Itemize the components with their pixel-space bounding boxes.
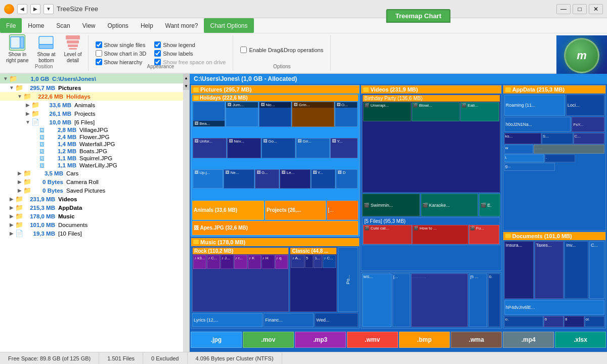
legend-xlsx[interactable]: .xlsx	[555, 332, 606, 348]
music-block[interactable]: Music (178,0 MB) Rock (110,2 MB) ♪ k3...…	[191, 238, 360, 329]
vid-unwrap[interactable]: 🎬 Unwrapi...	[363, 102, 411, 121]
scroll-up-arrow[interactable]: ▲	[183, 74, 189, 82]
tree-documents[interactable]: ▶ 📁 101,0 MB Documents	[0, 220, 183, 229]
rock-h[interactable]: ♪ H	[262, 255, 275, 269]
photo-ne[interactable]: 🖼 Ne...	[224, 169, 254, 189]
show-legend-checkbox[interactable]	[154, 41, 161, 48]
vid-eati[interactable]: 🎬 Eati...	[460, 102, 499, 121]
tree-animals[interactable]: ▶ 📁 33,6 MB Animals	[0, 101, 183, 109]
treemap-chart-tab[interactable]: Treemap Chart	[386, 9, 450, 23]
menu-wantmore[interactable]: Want more?	[159, 18, 204, 33]
legend-wma[interactable]: .wma	[451, 332, 502, 348]
scroll-down-arrow[interactable]: ▼	[183, 82, 189, 90]
ms-tm[interactable]: MS...	[362, 274, 391, 327]
legend-wmv[interactable]: .wmv	[347, 332, 398, 348]
swimmin-tm[interactable]: 🎬 Swimmin...	[362, 194, 419, 216]
classic-a[interactable]: ♪ A...	[291, 255, 304, 268]
rock-tm[interactable]: Rock (110,2 MB) ♪ k3... ♪ C... ♪ J... ♪ …	[192, 247, 289, 312]
5-tm[interactable]: [5 ...	[469, 274, 487, 327]
show-single-files-checkbox[interactable]	[96, 41, 102, 48]
photo-nev[interactable]: 🖼 Nev...	[227, 138, 261, 158]
s-tm[interactable]: S...	[542, 133, 573, 144]
menu-help[interactable]: Help	[135, 18, 159, 33]
tree-scrollbar[interactable]: ▲ ▼	[183, 74, 189, 352]
legend-mp3[interactable]: .mp3	[295, 332, 346, 348]
hooj-tm[interactable]: h0oJ2N1Na...	[504, 117, 571, 132]
tree-flower[interactable]: 🖼 2,4 MB Flower.JPG	[0, 133, 183, 141]
dotted-tm[interactable]: ............	[411, 274, 468, 327]
tree-pictures[interactable]: ▼ 📁 295,7 MB Pictures	[0, 83, 183, 92]
tree-scroll[interactable]: ▼ 📁 1,0 GB C:\Users\Jones\ ▼ 📁 295,7 MB …	[0, 74, 183, 352]
dropdown-button[interactable]: ▼	[44, 4, 54, 14]
photo-grin[interactable]: 🖼 Grin...	[292, 102, 334, 127]
classic-1[interactable]: 1...	[314, 255, 322, 268]
photo-unfor[interactable]: 🖼 Unfor...	[193, 138, 227, 158]
documents-block[interactable]: Documents (101,0 MB) Insura... Taxes... …	[503, 232, 606, 329]
legend-bmp[interactable]: .bmp	[399, 332, 450, 348]
birthday-block[interactable]: Birthday Party (136,6 MB) 🎬 Unwrapi... 🎬…	[362, 95, 500, 193]
tree-10files[interactable]: ▶ 📄 19,3 MB [10 Files]	[0, 229, 183, 238]
minimize-button[interactable]: —	[556, 4, 571, 14]
photo-le[interactable]: 🖼 Le...	[280, 169, 310, 189]
menu-options[interactable]: Options	[102, 18, 135, 33]
photo-o[interactable]: 🖼 O...	[335, 102, 358, 127]
photo-y2[interactable]: 🖼 Y...	[311, 169, 336, 189]
close-button[interactable]: ✕	[589, 4, 603, 14]
8-tm[interactable]: 8	[564, 316, 584, 327]
tree-camera-roll[interactable]: ▶ 📁 0 Bytes Camera Roll	[0, 177, 183, 186]
show-single-files-option[interactable]: Show single files	[96, 41, 147, 48]
show-chart-3d-option[interactable]: Show chart in 3D	[96, 50, 147, 57]
ks-tm[interactable]: ks...	[504, 133, 541, 144]
vid-cute[interactable]: 🎬 Cute cat...	[363, 225, 412, 244]
menu-scan[interactable]: Scan	[50, 18, 76, 33]
financ-tm[interactable]: Financ...	[264, 313, 314, 327]
photo-y[interactable]: 🖼 Y...	[330, 138, 358, 158]
photo-nic[interactable]: 🖼 Nic...	[259, 102, 291, 127]
vid-fu[interactable]: 🎬 Fu...	[469, 225, 499, 244]
photo-bea[interactable]: 🖼 Bea...	[193, 102, 225, 127]
c2-tm[interactable]: C...	[589, 241, 604, 299]
classic-c[interactable]: ♪ C...	[323, 255, 336, 268]
holidays-block[interactable]: Holidays (222,6 MB) 🖼 Bea... 🖼 Jum...	[192, 95, 358, 200]
tree-squirrel[interactable]: 🖼 1,1 MB Squirrel.JPG	[0, 155, 183, 162]
6-tm[interactable]: 6	[544, 316, 563, 327]
show-legend-option[interactable]: Show legend	[154, 41, 226, 48]
menu-home[interactable]: Home	[22, 18, 50, 33]
lyrics-tm[interactable]: Lyrics (12,...	[192, 313, 263, 327]
c-tm[interactable]: C...	[574, 133, 604, 144]
rock-k3[interactable]: ♪ k3...	[193, 255, 206, 269]
menu-file[interactable]: File	[0, 18, 22, 33]
tree-6files[interactable]: ▼ 📄 10,0 MB [6 Files]	[0, 118, 183, 126]
photo-g2[interactable]: 🖼 G...	[255, 169, 280, 189]
vid-blow[interactable]: 🎬 Blowi...	[412, 102, 460, 121]
forward-button[interactable]: ▶	[30, 4, 40, 14]
hp4dv-tm[interactable]: hP4dvJIv6lE...	[504, 300, 604, 315]
show-chart-3d-checkbox[interactable]	[96, 50, 102, 57]
back-button[interactable]: ◀	[17, 4, 27, 14]
loci-tm[interactable]: Loci...	[566, 95, 604, 116]
roaming-tm[interactable]: Roaming (11...	[504, 95, 565, 116]
tree-waterfall[interactable]: 🖼 1,4 MB Waterfall.JPG	[0, 141, 183, 148]
enable-drag-drop-option[interactable]: Enable Drag&Drop operations	[240, 47, 323, 53]
tree-videos[interactable]: ▶ 📁 231,9 MB Videos	[0, 195, 183, 203]
videos-5files[interactable]: [5 Files] (95,3 MB) 🎬 Cute cat... 🎬 How …	[362, 217, 500, 245]
0-tm[interactable]: 0.	[488, 274, 500, 327]
others-tm[interactable]: [...	[327, 201, 359, 220]
i-tm[interactable]: i.	[504, 154, 544, 162]
tree-projects[interactable]: ▶ 📁 26,1 MB Projects	[0, 109, 183, 118]
karaoke-tm[interactable]: 🎬 Karaoke...	[421, 194, 478, 216]
wed-tm[interactable]: Wed...	[315, 313, 358, 327]
dotted2-tm[interactable]: .......	[534, 145, 604, 154]
rock-j[interactable]: ♪ J...	[221, 255, 234, 269]
dot-tm[interactable]: .	[545, 154, 575, 162]
tree-appdata[interactable]: ▶ 📁 215,3 MB AppData	[0, 203, 183, 212]
g-tm[interactable]: g...	[504, 163, 555, 171]
taxes-tm[interactable]: Taxes...	[535, 241, 564, 299]
tree-music[interactable]: ▶ 📁 178,0 MB Music	[0, 212, 183, 220]
level-detail-button[interactable]: Level ofdetail	[61, 37, 84, 61]
legend-mp4[interactable]: .mp4	[503, 332, 554, 348]
legend-mov[interactable]: .mov	[243, 332, 294, 348]
classic-tm[interactable]: Classic (44,8 ... ♪ A... 5 1... ♪ C...	[290, 247, 337, 312]
tree-village[interactable]: 🖼 2,8 MB VillageJPG	[0, 126, 183, 133]
o-tm[interactable]: o.	[504, 316, 543, 327]
